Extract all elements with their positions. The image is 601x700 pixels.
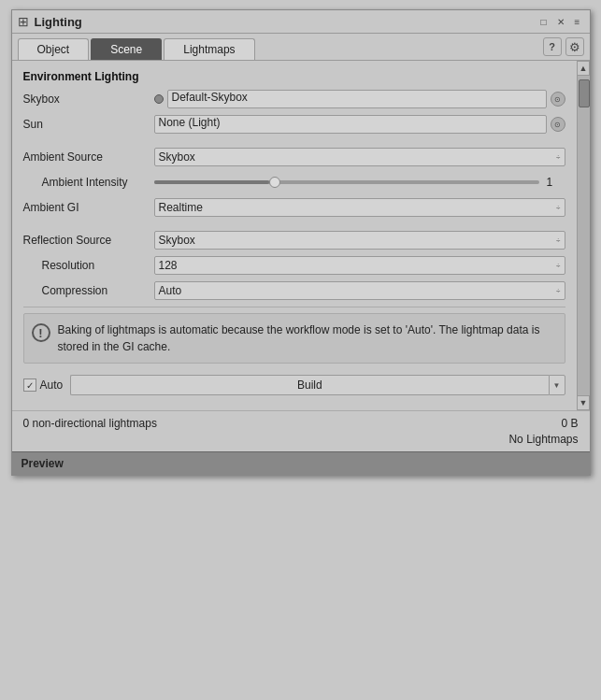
reflection-source-row: Reflection Source Skybox ÷ [23, 230, 565, 250]
window-icon: ⊞ [18, 14, 29, 29]
lightmaps-count-label: 0 non-directional lightmaps [23, 417, 157, 430]
scroll-down-button[interactable]: ▼ [577, 395, 590, 410]
skybox-row: Skybox Default-Skybox ⊙ [23, 89, 565, 109]
compression-arrow: ÷ [556, 287, 560, 295]
tab-lightmaps[interactable]: Lightmaps [164, 38, 254, 60]
info-box: ! Baking of lightmaps is automatic becau… [23, 313, 565, 364]
main-content: Environment Lighting Skybox Default-Skyb… [12, 61, 590, 410]
resolution-dropdown[interactable]: 128 ÷ [154, 256, 565, 275]
skybox-picker-button[interactable]: ⊙ [551, 92, 565, 107]
title-bar-right: □ ✕ ≡ [537, 15, 584, 28]
auto-checkbox-label[interactable]: ✓ Auto [23, 379, 64, 392]
compression-label: Compression [23, 284, 154, 297]
divider [23, 307, 565, 307]
ambient-gi-value: Realtime [159, 201, 203, 214]
auto-label: Auto [40, 379, 64, 392]
ambient-source-arrow: ÷ [556, 153, 560, 162]
build-dropdown-button[interactable]: ▼ [549, 375, 565, 395]
sun-label: Sun [23, 118, 154, 131]
preview-bar: Preview [12, 451, 590, 475]
slider-thumb[interactable] [269, 177, 280, 188]
ambient-intensity-label: Ambient Intensity [23, 176, 154, 189]
ambient-intensity-slider-container: 1 [154, 176, 565, 189]
auto-checkbox[interactable]: ✓ [23, 379, 36, 392]
size-label: 0 B [561, 417, 578, 430]
lighting-window: ⊞ Lighting □ ✕ ≡ Object Scene Lightmaps … [11, 9, 591, 476]
skybox-control: Default-Skybox ⊙ [154, 90, 565, 108]
build-btn-container: Build ▼ [70, 375, 565, 395]
minimize-button[interactable]: □ [537, 15, 551, 28]
ambient-gi-arrow: ÷ [556, 204, 560, 212]
skybox-circle-icon [154, 94, 164, 104]
scrollable-area: Environment Lighting Skybox Default-Skyb… [12, 61, 577, 410]
tab-scene[interactable]: Scene [91, 38, 162, 60]
scrollbar: ▲ ▼ [577, 61, 590, 410]
tab-bar: Object Scene Lightmaps ? ⚙ [12, 34, 590, 61]
ambient-gi-control: Realtime ÷ [154, 198, 565, 217]
skybox-field[interactable]: Default-Skybox [167, 90, 547, 108]
info-text: Baking of lightmaps is automatic because… [58, 321, 557, 355]
compression-dropdown[interactable]: Auto ÷ [154, 281, 565, 300]
ambient-source-row: Ambient Source Skybox ÷ [23, 147, 565, 167]
compression-row: Compression Auto ÷ [23, 280, 565, 301]
build-dropdown-arrow: ▼ [553, 381, 561, 390]
title-bar: ⊞ Lighting □ ✕ ≡ [12, 10, 590, 34]
sun-picker-button[interactable]: ⊙ [551, 117, 565, 132]
checkmark-icon: ✓ [26, 380, 34, 391]
ambient-source-control: Skybox ÷ [154, 148, 565, 166]
scroll-thumb[interactable] [579, 79, 590, 107]
reflection-source-dropdown[interactable]: Skybox ÷ [154, 231, 565, 250]
scroll-up-button[interactable]: ▲ [577, 61, 590, 76]
reflection-source-value: Skybox [159, 234, 195, 247]
sun-field[interactable]: None (Light) [154, 115, 547, 134]
reflection-source-label: Reflection Source [23, 234, 154, 247]
section-title: Environment Lighting [23, 70, 565, 83]
slider-fill [154, 180, 270, 184]
close-button[interactable]: ✕ [554, 15, 567, 28]
status-row: 0 non-directional lightmaps 0 B [23, 417, 579, 430]
resolution-label: Resolution [23, 259, 154, 272]
ambient-intensity-value: 1 [547, 176, 565, 189]
ambient-source-dropdown[interactable]: Skybox ÷ [154, 148, 565, 166]
skybox-label: Skybox [23, 93, 154, 106]
bottom-controls: ✓ Auto Build ▼ [23, 369, 565, 401]
sun-control: None (Light) ⊙ [154, 115, 565, 134]
tab-bar-actions: ? ⚙ [543, 37, 584, 60]
title-bar-left: ⊞ Lighting [18, 14, 82, 29]
menu-button[interactable]: ≡ [571, 15, 584, 28]
preview-label: Preview [21, 457, 64, 470]
reflection-source-arrow: ÷ [556, 236, 560, 245]
reflection-source-control: Skybox ÷ [154, 231, 565, 250]
compression-value: Auto [159, 284, 182, 297]
settings-button[interactable]: ⚙ [565, 37, 584, 56]
resolution-control: 128 ÷ [154, 256, 565, 275]
resolution-row: Resolution 128 ÷ [23, 255, 565, 276]
help-button[interactable]: ? [543, 37, 562, 56]
no-lightmaps-label: No Lightmaps [23, 433, 579, 446]
ambient-gi-row: Ambient GI Realtime ÷ [23, 197, 565, 218]
ambient-intensity-row: Ambient Intensity 1 [23, 172, 565, 193]
build-button[interactable]: Build [70, 375, 548, 395]
resolution-arrow: ÷ [556, 262, 560, 270]
tab-object[interactable]: Object [18, 38, 90, 60]
info-icon: ! [32, 323, 50, 342]
status-bar: 0 non-directional lightmaps 0 B No Light… [12, 410, 590, 451]
window-title: Lighting [35, 15, 82, 29]
ambient-gi-label: Ambient GI [23, 201, 154, 214]
sun-row: Sun None (Light) ⊙ [23, 114, 565, 135]
ambient-intensity-control: 1 [154, 176, 565, 189]
scroll-track[interactable] [578, 76, 590, 395]
ambient-source-label: Ambient Source [23, 150, 154, 164]
ambient-source-value: Skybox [159, 150, 195, 164]
resolution-value: 128 [159, 259, 178, 272]
ambient-intensity-slider-track[interactable] [154, 180, 539, 184]
ambient-gi-dropdown[interactable]: Realtime ÷ [154, 198, 565, 217]
compression-control: Auto ÷ [154, 281, 565, 300]
